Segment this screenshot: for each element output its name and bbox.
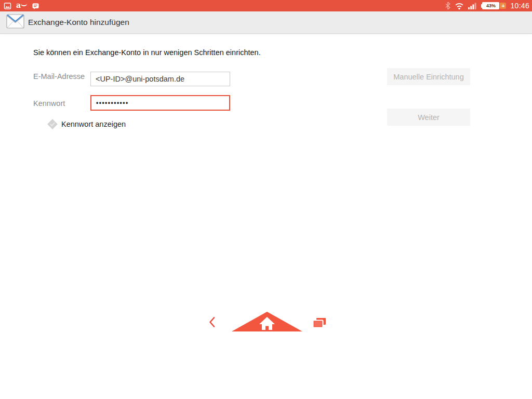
screenshot-icon <box>4 2 11 10</box>
email-input[interactable]: <UP-ID>@uni-potsdam.de <box>90 72 230 86</box>
email-envelope-icon <box>6 13 24 32</box>
wifi-icon <box>455 2 464 10</box>
page-title: Exchange-Konto hinzufügen <box>28 18 129 27</box>
bluetooth-icon <box>445 2 450 10</box>
show-password-checkbox[interactable]: Kennwort anzeigen <box>49 120 126 128</box>
email-label: E-Mail-Adresse <box>33 72 85 81</box>
password-input[interactable]: ••••••••••• <box>90 95 230 111</box>
recent-apps-icon[interactable] <box>312 317 326 331</box>
app-header: Exchange-Konto hinzufügen <box>0 11 532 34</box>
manual-setup-button[interactable]: Manuelle Einrichtung <box>387 68 470 85</box>
password-label: Kennwort <box>33 99 65 108</box>
signal-icon <box>468 2 477 9</box>
battery-charging-icon: + <box>500 3 506 9</box>
status-clock: 10:46 <box>510 2 529 10</box>
show-password-label: Kennwort anzeigen <box>61 120 126 128</box>
intro-text: Sie können ein Exchange-Konto in nur wen… <box>33 48 261 57</box>
battery-percent: 43% <box>482 2 499 9</box>
home-icon[interactable] <box>232 312 302 334</box>
next-button[interactable]: Weiter <box>387 109 470 126</box>
messaging-icon <box>32 2 39 10</box>
back-icon[interactable] <box>208 316 216 330</box>
amazon-icon: a <box>16 2 27 9</box>
battery-icon: 43% + <box>481 2 506 9</box>
status-bar: a <box>0 0 532 11</box>
checkbox-diamond-icon[interactable] <box>47 119 58 129</box>
